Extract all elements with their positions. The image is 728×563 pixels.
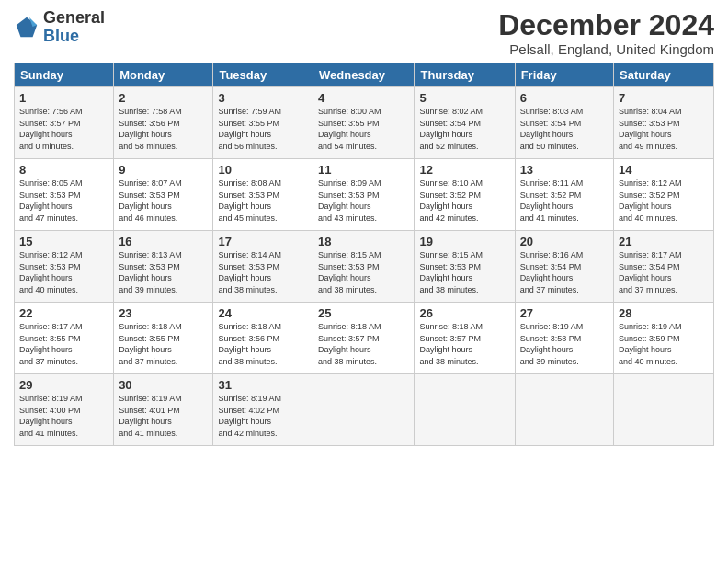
cell-9: 9 Sunrise: 8:07 AMSunset: 3:53 PMDayligh… bbox=[114, 159, 213, 231]
day-number: 20 bbox=[520, 235, 609, 248]
day-info: Sunrise: 8:13 AMSunset: 3:53 PMDaylight … bbox=[119, 249, 208, 295]
cell-5: 5 Sunrise: 8:02 AMSunset: 3:54 PMDayligh… bbox=[415, 87, 515, 159]
day-number: 11 bbox=[318, 163, 409, 177]
cell-11: 11 Sunrise: 8:09 AMSunset: 3:53 PMDaylig… bbox=[313, 159, 415, 231]
cell-17: 17 Sunrise: 8:14 AMSunset: 3:53 PMDaylig… bbox=[213, 231, 313, 303]
day-info: Sunrise: 8:07 AMSunset: 3:53 PMDaylight … bbox=[119, 178, 208, 224]
cell-18: 18 Sunrise: 8:15 AMSunset: 3:53 PMDaylig… bbox=[313, 231, 415, 303]
cell-8: 8 Sunrise: 8:05 AMSunset: 3:53 PMDayligh… bbox=[15, 159, 114, 231]
cell-22: 22 Sunrise: 8:17 AMSunset: 3:55 PMDaylig… bbox=[15, 303, 114, 374]
day-number: 7 bbox=[619, 91, 709, 105]
day-number: 9 bbox=[119, 163, 208, 177]
cell-25: 25 Sunrise: 8:18 AMSunset: 3:57 PMDaylig… bbox=[313, 303, 415, 374]
col-friday: Friday bbox=[515, 63, 613, 87]
day-info: Sunrise: 8:15 AMSunset: 3:53 PMDaylight … bbox=[318, 249, 409, 295]
cell-29: 29 Sunrise: 8:19 AMSunset: 4:00 PMDaylig… bbox=[15, 374, 114, 446]
day-number: 6 bbox=[520, 91, 609, 105]
cell-7: 7 Sunrise: 8:04 AMSunset: 3:53 PMDayligh… bbox=[614, 87, 714, 159]
cell-3: 3 Sunrise: 7:59 AMSunset: 3:55 PMDayligh… bbox=[213, 87, 313, 159]
day-number: 5 bbox=[419, 91, 509, 105]
cell-21: 21 Sunrise: 8:17 AMSunset: 3:54 PMDaylig… bbox=[614, 231, 714, 303]
table-row: 8 Sunrise: 8:05 AMSunset: 3:53 PMDayligh… bbox=[15, 159, 714, 231]
day-info: Sunrise: 8:18 AMSunset: 3:55 PMDaylight … bbox=[119, 321, 208, 367]
cell-20: 20 Sunrise: 8:16 AMSunset: 3:54 PMDaylig… bbox=[515, 231, 613, 303]
cell-15: 15 Sunrise: 8:12 AMSunset: 3:53 PMDaylig… bbox=[15, 231, 114, 303]
header: General Blue December 2024 Pelsall, Engl… bbox=[14, 9, 714, 57]
cell-23: 23 Sunrise: 8:18 AMSunset: 3:55 PMDaylig… bbox=[114, 303, 213, 374]
cell-10: 10 Sunrise: 8:08 AMSunset: 3:53 PMDaylig… bbox=[213, 159, 313, 231]
day-number: 28 bbox=[619, 306, 709, 320]
day-number: 18 bbox=[318, 235, 409, 248]
logo-general: General bbox=[43, 8, 105, 27]
day-number: 22 bbox=[19, 306, 108, 320]
day-number: 15 bbox=[19, 235, 108, 248]
day-number: 13 bbox=[520, 163, 609, 177]
table-row: 1 Sunrise: 7:56 AMSunset: 3:57 PMDayligh… bbox=[15, 87, 714, 159]
day-number: 17 bbox=[218, 235, 308, 248]
empty-cell bbox=[515, 374, 613, 446]
empty-cell bbox=[614, 374, 714, 446]
day-info: Sunrise: 8:05 AMSunset: 3:53 PMDaylight … bbox=[19, 178, 108, 224]
day-info: Sunrise: 8:00 AMSunset: 3:55 PMDaylight … bbox=[318, 106, 409, 152]
day-info: Sunrise: 8:12 AMSunset: 3:53 PMDaylight … bbox=[19, 249, 108, 295]
logo: General Blue bbox=[14, 9, 105, 46]
day-number: 16 bbox=[119, 235, 208, 248]
cell-31: 31 Sunrise: 8:19 AMSunset: 4:02 PMDaylig… bbox=[213, 374, 313, 446]
table-row: 15 Sunrise: 8:12 AMSunset: 3:53 PMDaylig… bbox=[15, 231, 714, 303]
day-number: 31 bbox=[218, 378, 308, 392]
main-title: December 2024 bbox=[498, 9, 714, 41]
col-sunday: Sunday bbox=[15, 63, 114, 87]
day-info: Sunrise: 7:58 AMSunset: 3:56 PMDaylight … bbox=[119, 106, 208, 152]
day-info: Sunrise: 8:10 AMSunset: 3:52 PMDaylight … bbox=[419, 178, 509, 224]
logo-icon bbox=[14, 15, 40, 40]
cell-28: 28 Sunrise: 8:19 AMSunset: 3:59 PMDaylig… bbox=[614, 303, 714, 374]
cell-19: 19 Sunrise: 8:15 AMSunset: 3:53 PMDaylig… bbox=[415, 231, 515, 303]
day-info: Sunrise: 8:18 AMSunset: 3:56 PMDaylight … bbox=[218, 321, 308, 367]
day-number: 29 bbox=[19, 378, 108, 392]
day-number: 23 bbox=[119, 306, 208, 320]
col-monday: Monday bbox=[114, 63, 213, 87]
day-info: Sunrise: 7:56 AMSunset: 3:57 PMDaylight … bbox=[19, 106, 108, 152]
day-info: Sunrise: 8:18 AMSunset: 3:57 PMDaylight … bbox=[318, 321, 409, 367]
col-thursday: Thursday bbox=[415, 63, 515, 87]
day-info: Sunrise: 7:59 AMSunset: 3:55 PMDaylight … bbox=[218, 106, 308, 152]
svg-marker-0 bbox=[17, 17, 37, 37]
cell-30: 30 Sunrise: 8:19 AMSunset: 4:01 PMDaylig… bbox=[114, 374, 213, 446]
day-number: 24 bbox=[218, 306, 308, 320]
table-row: 29 Sunrise: 8:19 AMSunset: 4:00 PMDaylig… bbox=[15, 374, 714, 446]
day-number: 21 bbox=[619, 235, 709, 248]
day-number: 26 bbox=[419, 306, 509, 320]
day-info: Sunrise: 8:16 AMSunset: 3:54 PMDaylight … bbox=[520, 249, 609, 295]
day-info: Sunrise: 8:15 AMSunset: 3:53 PMDaylight … bbox=[419, 249, 509, 295]
day-info: Sunrise: 8:11 AMSunset: 3:52 PMDaylight … bbox=[520, 178, 609, 224]
cell-16: 16 Sunrise: 8:13 AMSunset: 3:53 PMDaylig… bbox=[114, 231, 213, 303]
subtitle: Pelsall, England, United Kingdom bbox=[498, 41, 714, 57]
day-info: Sunrise: 8:19 AMSunset: 3:59 PMDaylight … bbox=[619, 321, 709, 367]
cell-2: 2 Sunrise: 7:58 AMSunset: 3:56 PMDayligh… bbox=[114, 87, 213, 159]
day-number: 14 bbox=[619, 163, 709, 177]
day-number: 25 bbox=[318, 306, 409, 320]
cell-24: 24 Sunrise: 8:18 AMSunset: 3:56 PMDaylig… bbox=[213, 303, 313, 374]
day-number: 4 bbox=[318, 91, 409, 105]
day-number: 30 bbox=[119, 378, 208, 392]
table-row: 22 Sunrise: 8:17 AMSunset: 3:55 PMDaylig… bbox=[15, 303, 714, 374]
empty-cell bbox=[313, 374, 415, 446]
cell-6: 6 Sunrise: 8:03 AMSunset: 3:54 PMDayligh… bbox=[515, 87, 613, 159]
day-number: 8 bbox=[19, 163, 108, 177]
cell-4: 4 Sunrise: 8:00 AMSunset: 3:55 PMDayligh… bbox=[313, 87, 415, 159]
header-row: Sunday Monday Tuesday Wednesday Thursday… bbox=[15, 63, 714, 87]
day-info: Sunrise: 8:19 AMSunset: 4:00 PMDaylight … bbox=[19, 393, 108, 439]
logo-blue: Blue bbox=[43, 27, 79, 45]
col-saturday: Saturday bbox=[614, 63, 714, 87]
col-tuesday: Tuesday bbox=[213, 63, 313, 87]
day-info: Sunrise: 8:12 AMSunset: 3:52 PMDaylight … bbox=[619, 178, 709, 224]
day-info: Sunrise: 8:02 AMSunset: 3:54 PMDaylight … bbox=[419, 106, 509, 152]
day-info: Sunrise: 8:19 AMSunset: 4:02 PMDaylight … bbox=[218, 393, 308, 439]
day-info: Sunrise: 8:17 AMSunset: 3:55 PMDaylight … bbox=[19, 321, 108, 367]
day-number: 10 bbox=[218, 163, 308, 177]
cell-13: 13 Sunrise: 8:11 AMSunset: 3:52 PMDaylig… bbox=[515, 159, 613, 231]
day-number: 3 bbox=[218, 91, 308, 105]
title-block: December 2024 Pelsall, England, United K… bbox=[498, 9, 714, 57]
day-number: 1 bbox=[19, 91, 108, 105]
day-info: Sunrise: 8:08 AMSunset: 3:53 PMDaylight … bbox=[218, 178, 308, 224]
